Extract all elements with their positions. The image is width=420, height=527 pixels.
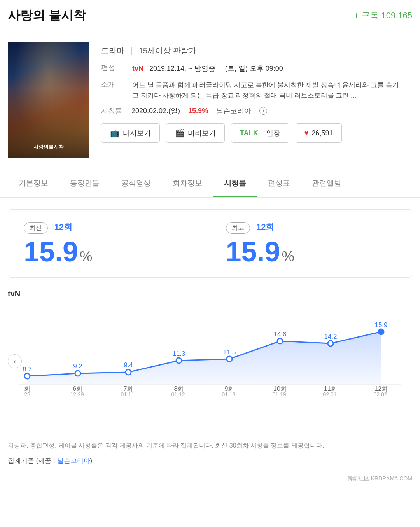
heart-icon: ♥ <box>304 129 309 137</box>
broadcast-row: 편성 tvN 2019.12.14. ~ 방영중 (토, 일) 오후 09:00 <box>101 63 412 74</box>
ratings-cards: 최신 12회 15.9 % 최고 12회 15.9 % <box>8 209 412 278</box>
broadcast-time: (토, 일) 오후 09:00 <box>225 65 283 72</box>
highest-card-header: 최고 12회 <box>226 221 397 234</box>
latest-badge: 최신 <box>24 222 48 234</box>
chart-date-5: 01.18. <box>222 391 237 396</box>
synopsis-text: 어느 날 돌풍과 함께 패러글라이딩 사고로 북한에 불시착한 재벌 상속녀 윤… <box>132 80 404 101</box>
rating-date: 2020.02.02.(일) <box>131 106 180 116</box>
poster-title-text: 사랑의불시착 <box>8 144 89 151</box>
chart-prev-button[interactable]: ‹ <box>8 354 22 368</box>
chart-date-3: 01.11. <box>121 391 136 396</box>
tabs-bar: 기본정보 등장인물 공식영상 회차정보 시청률 편성표 관련앨범 <box>0 170 420 198</box>
chart-val-6: 14.6 <box>273 331 286 338</box>
chart-dot-2 <box>75 371 80 376</box>
chart-val-5: 11.5 <box>223 348 236 356</box>
replay-label: 다시보기 <box>123 128 151 138</box>
chart-val-8: 15.9 <box>374 321 387 329</box>
talk-sub-label: 입장 <box>266 128 280 138</box>
latest-rating-card: 최신 12회 15.9 % <box>8 210 210 277</box>
highest-badge: 최고 <box>226 222 250 234</box>
highest-ep: 12회 <box>256 222 274 232</box>
broadcast-label: 편성 <box>101 63 128 72</box>
highest-pct-symbol: % <box>282 249 294 265</box>
action-buttons: 📺 다시보기 🎬 미리보기 TALK 입장 ♥ 26,591 <box>101 123 412 143</box>
current-rating-row: 시청률 2020.02.02.(일) 15.9% 닐슨코리아 i <box>101 106 412 116</box>
like-button[interactable]: ♥ 26,591 <box>296 123 342 143</box>
highest-pct-row: 15.9 % <box>226 238 397 266</box>
synopsis-row: 소개 어느 날 돌풍과 함께 패러글라이딩 사고로 북한에 불시착한 재벌 상속… <box>101 80 412 101</box>
info-icon[interactable]: i <box>259 107 267 115</box>
age-rating-badge: 15세이상 관람가 <box>139 46 196 56</box>
drama-details: 드라마 15세이상 관람가 편성 tvN 2019.12.14. ~ 방영중 (… <box>101 42 412 158</box>
subscribe-label: 구독 <box>362 10 379 21</box>
latest-pct-symbol: % <box>80 249 92 265</box>
preview-icon: 🎬 <box>175 128 185 138</box>
drama-info-section: 사랑의불시착 드라마 15세이상 관람가 편성 tvN 2019.12.14. … <box>0 30 420 170</box>
chart-date-6: 01.19. <box>273 391 288 396</box>
replay-button[interactable]: 📺 다시보기 <box>101 123 160 143</box>
chart-date-1: .28. <box>23 391 32 396</box>
broadcast-date: 2019.12.14. ~ 방영중 <box>149 65 215 72</box>
tab-schedule[interactable]: 편성표 <box>257 170 301 197</box>
chart-container: ‹ 8.7 9.2 9.4 <box>8 302 412 420</box>
rating-pct: 15.9% <box>188 107 208 115</box>
ratings-section: 최신 12회 15.9 % 최고 12회 15.9 % tvN ‹ <box>0 198 420 432</box>
poster-overlay <box>8 42 89 158</box>
rating-source: 닐슨코리아 <box>216 106 251 116</box>
subscribe-button[interactable]: + 구독 109,165 <box>354 10 412 22</box>
highest-pct: 15.9 <box>226 238 280 266</box>
tab-album[interactable]: 관련앨범 <box>301 170 352 197</box>
tab-episodes[interactable]: 회차정보 <box>162 170 213 197</box>
chart-dot-4 <box>176 358 182 363</box>
replay-icon: 📺 <box>110 128 120 138</box>
footer-source: 집계기준 (제공 : 닐슨코리아) <box>0 455 420 471</box>
tab-cast[interactable]: 등장인물 <box>59 170 110 197</box>
highest-rating-card: 최고 12회 15.9 % <box>210 210 412 277</box>
chart-date-8: 02.02. <box>374 391 389 396</box>
chart-date-7: 02.01. <box>323 391 338 396</box>
latest-pct: 15.9 <box>24 238 78 266</box>
chart-val-1: 8.7 <box>23 366 32 373</box>
chart-val-3: 9.4 <box>124 361 133 369</box>
footer-note: 지상파, 종합편성, 케이블 시청률은 각각 제공사의 기준에 따라 집계됩니다… <box>0 432 420 455</box>
chart-val-7: 14.2 <box>324 333 337 340</box>
tab-basic[interactable]: 기본정보 <box>8 170 59 197</box>
plus-icon: + <box>354 10 359 22</box>
chart-dot-8 <box>378 329 384 334</box>
tab-video[interactable]: 공식영상 <box>110 170 162 197</box>
chart-val-4: 11.3 <box>172 350 185 357</box>
chart-date-2: 12.29. <box>70 391 86 396</box>
talk-label: TALK <box>240 129 258 137</box>
genre-divider <box>131 47 132 55</box>
genre-row: 드라마 15세이상 관람가 <box>101 46 412 56</box>
source-suffix: ) <box>90 457 93 464</box>
latest-pct-row: 15.9 % <box>24 238 194 266</box>
header: 사랑의 불시착 + 구독 109,165 <box>0 0 420 30</box>
chart-date-4: 01.12. <box>172 391 187 396</box>
rating-label: 시청률 <box>101 106 128 116</box>
preview-button[interactable]: 🎬 미리보기 <box>166 123 225 143</box>
chart-dot-6 <box>277 338 283 344</box>
talk-button[interactable]: TALK 입장 <box>231 123 289 143</box>
channel-label: tvN <box>8 289 412 298</box>
synopsis-label: 소개 <box>101 80 128 89</box>
broadcast-channel: tvN <box>132 65 144 72</box>
chart-val-2: 9.2 <box>73 362 82 370</box>
chart-dot-7 <box>328 341 333 346</box>
drama-poster: 사랑의불시착 <box>8 42 89 158</box>
latest-ep: 12회 <box>54 222 72 232</box>
genre-badge: 드라마 <box>101 46 124 56</box>
chart-dot-1 <box>24 373 30 379</box>
source-link[interactable]: 닐슨코리아 <box>57 457 90 464</box>
broadcast-value: tvN 2019.12.14. ~ 방영중 (토, 일) 오후 09:00 <box>132 63 283 74</box>
bottom-brand: 韓劇社区 KRDRAMA.COM <box>0 471 420 486</box>
ratings-chart: 8.7 9.2 9.4 11.3 11.5 14.6 14.2 15.9 회 6… <box>8 310 412 396</box>
subscribe-count: 109,165 <box>381 11 412 21</box>
drama-title: 사랑의 불시착 <box>8 7 86 24</box>
preview-label: 미리보기 <box>188 128 216 138</box>
chart-dot-5 <box>227 356 232 362</box>
tab-ratings[interactable]: 시청률 <box>213 170 257 197</box>
like-count: 26,591 <box>312 129 333 137</box>
chart-dot-3 <box>126 369 131 375</box>
latest-card-header: 최신 12회 <box>24 221 194 234</box>
